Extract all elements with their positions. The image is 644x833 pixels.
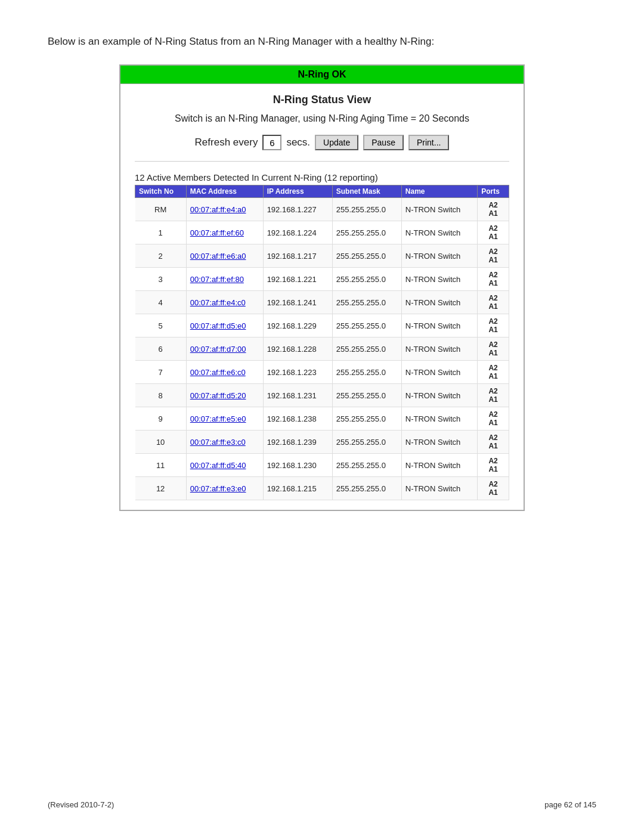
cell-switch-no: 11 xyxy=(135,454,187,477)
cell-mac[interactable]: 00:07:af:ff:d5:40 xyxy=(186,454,263,477)
cell-switch-no: 8 xyxy=(135,384,187,407)
cell-mask: 255.255.255.0 xyxy=(332,244,401,268)
cell-name: N-TRON Switch xyxy=(401,454,477,477)
cell-mask: 255.255.255.0 xyxy=(332,454,401,477)
cell-mac[interactable]: 00:07:af:ff:ef:80 xyxy=(186,268,263,291)
cell-switch-no: 2 xyxy=(135,244,187,268)
cell-mask: 255.255.255.0 xyxy=(332,221,401,244)
cell-ip: 192.168.1.228 xyxy=(263,337,332,361)
table-row: 100:07:af:ff:ef:60192.168.1.224255.255.2… xyxy=(135,221,509,244)
cell-mask: 255.255.255.0 xyxy=(332,384,401,407)
cell-name: N-TRON Switch xyxy=(401,268,477,291)
cell-ports: A2 A1 xyxy=(478,384,509,407)
cell-ip: 192.168.1.227 xyxy=(263,198,332,221)
cell-mask: 255.255.255.0 xyxy=(332,291,401,314)
cell-name: N-TRON Switch xyxy=(401,407,477,431)
cell-ports: A2 A1 xyxy=(478,337,509,361)
cell-ip: 192.168.1.231 xyxy=(263,384,332,407)
table-row: 1100:07:af:ff:d5:40192.168.1.230255.255.… xyxy=(135,454,509,477)
cell-ip: 192.168.1.221 xyxy=(263,268,332,291)
cell-mac[interactable]: 00:07:af:ff:e5:e0 xyxy=(186,407,263,431)
table-row: RM00:07:af:ff:e4:a0192.168.1.227255.255.… xyxy=(135,198,509,221)
cell-switch-no: 5 xyxy=(135,314,187,337)
cell-name: N-TRON Switch xyxy=(401,244,477,268)
cell-ports: A2 A1 xyxy=(478,477,509,500)
cell-name: N-TRON Switch xyxy=(401,384,477,407)
cell-ip: 192.168.1.230 xyxy=(263,454,332,477)
cell-ports: A2 A1 xyxy=(478,454,509,477)
table-row: 300:07:af:ff:ef:80192.168.1.221255.255.2… xyxy=(135,268,509,291)
cell-switch-no: 7 xyxy=(135,361,187,384)
table-row: 1200:07:af:ff:e3:e0192.168.1.215255.255.… xyxy=(135,477,509,500)
panel-header: N-Ring OK xyxy=(120,66,524,84)
cell-mac[interactable]: 00:07:af:ff:e6:a0 xyxy=(186,244,263,268)
cell-switch-no: 10 xyxy=(135,431,187,454)
status-title: N-Ring Status View xyxy=(135,94,509,106)
cell-mac[interactable]: 00:07:af:ff:d7:00 xyxy=(186,337,263,361)
footer-right: page 62 of 145 xyxy=(544,800,596,809)
cell-switch-no: RM xyxy=(135,198,187,221)
table-header-row: Switch No MAC Address IP Address Subnet … xyxy=(135,185,509,198)
col-ip: IP Address xyxy=(263,185,332,198)
table-row: 500:07:af:ff:d5:e0192.168.1.229255.255.2… xyxy=(135,314,509,337)
refresh-row: Refresh every secs. Update Pause Print..… xyxy=(135,135,509,162)
pause-button[interactable]: Pause xyxy=(363,135,404,150)
table-row: 700:07:af:ff:e6:c0192.168.1.223255.255.2… xyxy=(135,361,509,384)
panel-body: N-Ring Status View Switch is an N-Ring M… xyxy=(120,84,524,510)
cell-ports: A2 A1 xyxy=(478,221,509,244)
cell-mask: 255.255.255.0 xyxy=(332,407,401,431)
cell-ip: 192.168.1.217 xyxy=(263,244,332,268)
cell-mac[interactable]: 00:07:af:ff:e4:c0 xyxy=(186,291,263,314)
cell-mask: 255.255.255.0 xyxy=(332,337,401,361)
cell-mac[interactable]: 00:07:af:ff:e6:c0 xyxy=(186,361,263,384)
update-button[interactable]: Update xyxy=(315,135,358,150)
cell-switch-no: 12 xyxy=(135,477,187,500)
cell-mask: 255.255.255.0 xyxy=(332,477,401,500)
status-subtitle: Switch is an N-Ring Manager, using N-Rin… xyxy=(135,113,509,124)
cell-mac[interactable]: 00:07:af:ff:d5:e0 xyxy=(186,314,263,337)
cell-mac[interactable]: 00:07:af:ff:d5:20 xyxy=(186,384,263,407)
cell-mac[interactable]: 00:07:af:ff:e3:c0 xyxy=(186,431,263,454)
cell-ip: 192.168.1.215 xyxy=(263,477,332,500)
table-row: 600:07:af:ff:d7:00192.168.1.228255.255.2… xyxy=(135,337,509,361)
cell-ports: A2 A1 xyxy=(478,268,509,291)
cell-mask: 255.255.255.0 xyxy=(332,198,401,221)
cell-name: N-TRON Switch xyxy=(401,314,477,337)
col-name: Name xyxy=(401,185,477,198)
table-row: 400:07:af:ff:e4:c0192.168.1.241255.255.2… xyxy=(135,291,509,314)
cell-name: N-TRON Switch xyxy=(401,477,477,500)
nring-panel: N-Ring OK N-Ring Status View Switch is a… xyxy=(119,64,525,511)
cell-ip: 192.168.1.239 xyxy=(263,431,332,454)
footer: (Revised 2010-7-2) page 62 of 145 xyxy=(48,800,596,809)
cell-ports: A2 A1 xyxy=(478,361,509,384)
cell-ports: A2 A1 xyxy=(478,314,509,337)
cell-mac[interactable]: 00:07:af:ff:e4:a0 xyxy=(186,198,263,221)
cell-switch-no: 6 xyxy=(135,337,187,361)
cell-switch-no: 3 xyxy=(135,268,187,291)
table-row: 200:07:af:ff:e6:a0192.168.1.217255.255.2… xyxy=(135,244,509,268)
cell-ip: 192.168.1.238 xyxy=(263,407,332,431)
footer-left: (Revised 2010-7-2) xyxy=(48,800,114,809)
cell-ports: A2 A1 xyxy=(478,244,509,268)
cell-ports: A2 A1 xyxy=(478,198,509,221)
cell-ip: 192.168.1.241 xyxy=(263,291,332,314)
col-mask: Subnet Mask xyxy=(332,185,401,198)
cell-name: N-TRON Switch xyxy=(401,198,477,221)
members-table: Switch No MAC Address IP Address Subnet … xyxy=(135,185,509,500)
cell-mask: 255.255.255.0 xyxy=(332,268,401,291)
cell-switch-no: 4 xyxy=(135,291,187,314)
cell-mask: 255.255.255.0 xyxy=(332,431,401,454)
cell-name: N-TRON Switch xyxy=(401,337,477,361)
cell-mac[interactable]: 00:07:af:ff:e3:e0 xyxy=(186,477,263,500)
cell-mask: 255.255.255.0 xyxy=(332,361,401,384)
cell-name: N-TRON Switch xyxy=(401,221,477,244)
cell-name: N-TRON Switch xyxy=(401,431,477,454)
cell-mac[interactable]: 00:07:af:ff:ef:60 xyxy=(186,221,263,244)
refresh-input[interactable] xyxy=(262,135,281,150)
refresh-unit: secs. xyxy=(286,137,310,148)
print-button[interactable]: Print... xyxy=(408,135,449,150)
intro-text: Below is an example of N-Ring Status fro… xyxy=(48,36,596,48)
col-switch-no: Switch No xyxy=(135,185,187,198)
cell-ip: 192.168.1.223 xyxy=(263,361,332,384)
cell-switch-no: 9 xyxy=(135,407,187,431)
